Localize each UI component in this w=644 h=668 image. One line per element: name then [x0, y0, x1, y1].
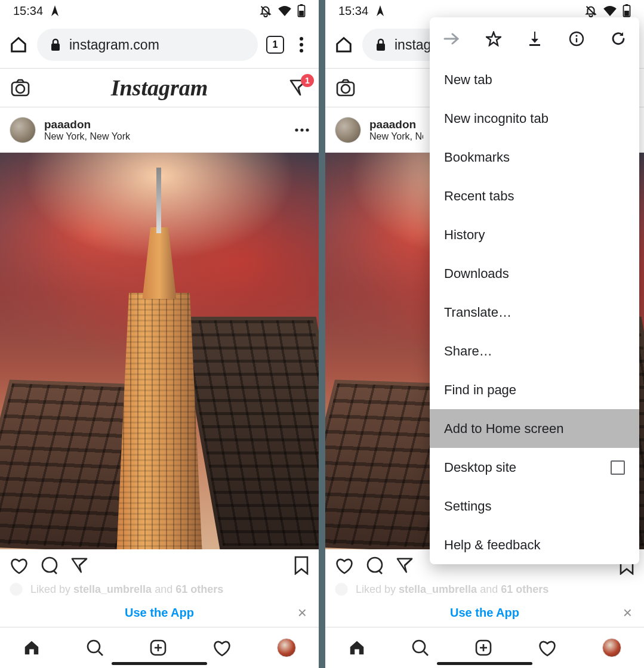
tab-profile-avatar[interactable]: [602, 638, 621, 657]
comment-icon[interactable]: [41, 556, 58, 574]
like-icon[interactable]: [335, 556, 354, 574]
tab-create-icon[interactable]: [474, 639, 492, 657]
tab-count-value: 1: [273, 39, 278, 50]
phone-left: 15:34 instagram.com 1 Instagram 1 paaado…: [0, 0, 319, 668]
status-time: 15:34: [338, 4, 368, 18]
menu-item-label: New incognito tab: [444, 111, 549, 126]
menu-item-label: Downloads: [444, 266, 509, 282]
author-username[interactable]: paaadon: [44, 118, 130, 131]
menu-item-recent-tabs[interactable]: Recent tabs: [430, 177, 639, 215]
menu-item-new-incognito-tab[interactable]: New incognito tab: [430, 99, 639, 138]
menu-item-history[interactable]: History: [430, 215, 639, 254]
menu-item-label: New tab: [444, 72, 492, 88]
wifi-icon: [278, 5, 291, 16]
use-app-link[interactable]: Use the App: [125, 606, 194, 620]
bookmark-icon[interactable]: [294, 556, 309, 575]
menu-item-label: Share…: [444, 344, 492, 359]
likes-row[interactable]: Liked by stella_umbrella and 61 others: [0, 582, 319, 596]
instagram-header: Instagram 1: [0, 68, 319, 107]
home-icon[interactable]: [334, 36, 354, 54]
menu-icon-row: [430, 17, 639, 60]
share-icon[interactable]: [70, 557, 88, 574]
svg-rect-1: [300, 4, 303, 5]
menu-item-find-in-page[interactable]: Find in page: [430, 370, 639, 409]
menu-item-label: Recent tabs: [444, 188, 514, 204]
split-divider: [319, 0, 325, 668]
svg-point-11: [306, 128, 309, 131]
direct-messages-icon[interactable]: 1: [289, 79, 308, 97]
svg-rect-3: [51, 44, 60, 51]
forward-icon[interactable]: [443, 32, 460, 45]
menu-item-settings[interactable]: Settings: [430, 487, 639, 525]
svg-rect-17: [624, 11, 629, 16]
likes-row[interactable]: Liked by stella_umbrella and 61 others: [325, 582, 644, 596]
svg-point-8: [16, 85, 24, 93]
tab-activity-icon[interactable]: [212, 639, 232, 657]
gesture-handle: [437, 662, 532, 665]
post-location[interactable]: New York, New York: [44, 131, 130, 142]
camera-icon[interactable]: [336, 79, 355, 97]
dm-badge: 1: [301, 74, 314, 87]
instagram-logo[interactable]: Instagram: [111, 75, 208, 101]
tab-search-icon[interactable]: [411, 639, 429, 657]
author-username[interactable]: paaadon: [369, 118, 423, 131]
author-avatar[interactable]: [335, 117, 361, 143]
menu-item-help-feedback[interactable]: Help & feedback: [430, 525, 639, 564]
post-location[interactable]: New York, New York: [369, 131, 423, 142]
battery-icon: [297, 4, 306, 17]
svg-point-22: [413, 641, 425, 652]
tab-home-icon[interactable]: [348, 639, 366, 657]
use-app-banner: Use the App ×: [325, 598, 644, 627]
desktop-site-checkbox[interactable]: [611, 460, 625, 475]
menu-item-desktop-site[interactable]: Desktop site: [430, 448, 639, 487]
refresh-icon[interactable]: [611, 31, 626, 47]
phone-right: 15:34 instag 1 Instagram paaadon New Yor…: [325, 0, 644, 668]
menu-item-translate[interactable]: Translate…: [430, 293, 639, 332]
notifications-off-icon: [584, 4, 597, 17]
location-icon: [50, 5, 60, 16]
share-icon[interactable]: [396, 557, 414, 574]
author-avatar[interactable]: [10, 117, 36, 143]
tab-activity-icon[interactable]: [538, 639, 557, 657]
post-header: paaadon New York, New York: [0, 107, 319, 153]
use-app-link[interactable]: Use the App: [450, 606, 519, 620]
comment-icon[interactable]: [366, 556, 384, 574]
location-icon: [375, 5, 385, 16]
notifications-off-icon: [259, 4, 272, 17]
star-icon[interactable]: [486, 31, 501, 47]
menu-item-label: Find in page: [444, 382, 516, 398]
home-icon[interactable]: [8, 36, 29, 54]
close-icon[interactable]: ×: [298, 605, 307, 620]
menu-item-downloads[interactable]: Downloads: [430, 254, 639, 293]
overflow-menu-button[interactable]: [292, 37, 310, 52]
svg-point-9: [295, 128, 298, 131]
wifi-icon: [603, 5, 617, 16]
url-text: instag: [395, 37, 431, 53]
gesture-handle: [112, 662, 207, 665]
menu-item-new-tab[interactable]: New tab: [430, 60, 639, 99]
download-icon[interactable]: [528, 31, 542, 47]
tab-search-icon[interactable]: [86, 639, 104, 657]
svg-point-4: [300, 37, 303, 41]
svg-rect-24: [529, 44, 540, 46]
menu-item-bookmarks[interactable]: Bookmarks: [430, 138, 639, 177]
post-action-bar: [0, 549, 319, 582]
camera-icon[interactable]: [11, 79, 30, 97]
post-more-icon[interactable]: [295, 128, 309, 132]
close-icon[interactable]: ×: [623, 605, 632, 620]
lock-icon: [50, 38, 61, 51]
address-bar[interactable]: instagram.com: [37, 29, 258, 61]
tab-home-icon[interactable]: [23, 639, 41, 657]
svg-rect-18: [377, 44, 385, 51]
tabs-button[interactable]: 1: [266, 36, 284, 54]
svg-point-20: [341, 85, 350, 93]
like-icon[interactable]: [10, 556, 29, 574]
tab-profile-avatar[interactable]: [277, 638, 296, 657]
menu-item-label: Bookmarks: [444, 150, 510, 165]
menu-item-add-to-home-screen[interactable]: Add to Home screen: [430, 409, 639, 448]
post-image[interactable]: [0, 153, 319, 549]
menu-item-share[interactable]: Share…: [430, 332, 639, 370]
tab-create-icon[interactable]: [149, 639, 167, 657]
info-icon[interactable]: [569, 31, 584, 47]
battery-icon: [623, 4, 631, 17]
